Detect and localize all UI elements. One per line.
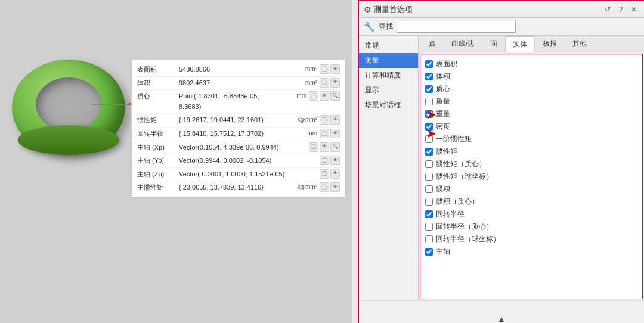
search-input[interactable] <box>397 21 516 33</box>
checkbox-radius-spherical: 回转半径（球坐标） <box>425 233 637 246</box>
checkbox-volume-input[interactable] <box>425 73 433 80</box>
table-row: 主轴 (Yp) Vector(0.9944, 0.0002, -0.1054) … <box>135 154 342 168</box>
dialog-body: 常规 测量 计算和精度 显示 场景对话框 点 曲线/边 面 实体 极报 其他 表… <box>359 36 644 300</box>
copy-icon[interactable]: 📋 <box>320 129 329 138</box>
pointer-line <box>92 104 131 105</box>
eye-icon[interactable]: 👁 <box>330 156 340 165</box>
checkbox-inertia-spherical-input[interactable] <box>425 173 433 181</box>
red-arrow-1: ➤ <box>426 108 436 120</box>
checkbox-principal-axis-input[interactable] <box>425 248 433 256</box>
measurements-table: 表面积 5436.8866 mm² 📋 👁 体积 9802.4637 mm² 📋… <box>131 60 346 198</box>
table-row: 表面积 5436.8866 mm² 📋 👁 <box>135 63 342 77</box>
checkbox-radius-centroid-input[interactable] <box>425 223 433 231</box>
checkbox-radius-spherical-input[interactable] <box>425 235 433 243</box>
checkbox-inertia-input[interactable] <box>425 148 433 156</box>
checkbox-centroid-input[interactable] <box>425 85 433 93</box>
checkbox-surface-input[interactable] <box>425 60 433 68</box>
checkbox-radius-centroid-label: 回转半径（质心） <box>436 222 493 232</box>
checkbox-principal-axis: 主轴 <box>425 246 637 258</box>
checkbox-centroid-label: 质心 <box>436 84 450 94</box>
torus-hole <box>36 77 101 131</box>
eye-icon[interactable]: 👁 <box>330 115 340 125</box>
checkbox-product: 惯积 <box>425 183 637 195</box>
checkbox-product-centroid-input[interactable] <box>425 198 433 206</box>
copy-icon[interactable]: 📋 <box>320 182 329 192</box>
sidebar-item-measure[interactable]: 测量 <box>359 53 418 68</box>
dialog-main: 点 曲线/边 面 实体 极报 其他 表面积 体积 质心 <box>419 36 644 300</box>
copy-icon[interactable]: 📋 <box>320 156 329 165</box>
eye-icon[interactable]: 👁 <box>330 129 340 138</box>
copy-icon[interactable]: 📋 <box>320 115 329 125</box>
search-icon[interactable]: 🔍 <box>330 142 340 152</box>
close-button[interactable]: ✕ <box>628 4 639 15</box>
checkbox-inertia-centroid: 惯性矩（质心） <box>425 158 637 170</box>
expand-icon[interactable]: ▲ <box>497 314 506 324</box>
red-arrow-2: ➤ <box>426 128 436 139</box>
copy-icon[interactable]: 📋 <box>320 78 329 88</box>
checkbox-product-centroid: 惯积（质心） <box>425 195 637 208</box>
dialog-toolbar: 🔧 查找 <box>359 18 644 36</box>
tabs-row: 点 曲线/边 面 实体 极报 其他 <box>419 36 644 52</box>
settings-icon: ⚙ <box>364 5 371 14</box>
copy-icon[interactable]: 📋 <box>320 169 329 179</box>
table-row: 回转半径 { 15.8410, 15.7512, 17.3702} mm 📋 👁 <box>135 128 342 141</box>
table-row: 主惯性矩 { 23.0055, 13.7839, 13.4116} kg·mm²… <box>135 181 342 194</box>
torus-bottom <box>18 125 119 155</box>
search-icon[interactable]: 🔍 <box>330 91 340 101</box>
search-label: 查找 <box>379 21 393 32</box>
sidebar-item-calc[interactable]: 计算和精度 <box>359 68 418 83</box>
eye-icon[interactable]: 👁 <box>330 169 340 179</box>
checkbox-mass-label: 质量 <box>436 97 450 107</box>
sidebar-item-display[interactable]: 显示 <box>359 83 418 98</box>
sidebar-item-general[interactable]: 常规 <box>359 38 418 53</box>
checkbox-centroid: 质心 <box>425 83 637 95</box>
checkbox-radius-spherical-label: 回转半径（球坐标） <box>436 234 500 244</box>
3d-model <box>12 48 131 167</box>
tab-extreme[interactable]: 极报 <box>535 36 565 52</box>
checkbox-weight: 重量 <box>425 108 637 120</box>
tab-other[interactable]: 其他 <box>565 36 595 52</box>
tab-curve[interactable]: 曲线/边 <box>444 36 482 52</box>
tab-point[interactable]: 点 <box>421 36 444 52</box>
help-button[interactable]: ? <box>615 4 626 15</box>
checkbox-surface-label: 表面积 <box>436 59 457 69</box>
table-row: 主轴 (Xp) Vector(0.1054, 4.339e-06, 0.9944… <box>135 141 342 155</box>
checkbox-surface: 表面积 <box>425 58 637 70</box>
checkbox-volume-label: 体积 <box>436 72 450 82</box>
tab-face[interactable]: 面 <box>482 36 505 52</box>
eye-icon[interactable]: 👁 <box>330 182 340 192</box>
checkbox-product-centroid-label: 惯积（质心） <box>436 197 479 207</box>
refresh-button[interactable]: ↺ <box>602 4 613 15</box>
checkboxes-area: 表面积 体积 质心 质量 重量 <box>420 54 643 299</box>
checkbox-density-label: 密度 <box>436 122 450 132</box>
checkbox-volume: 体积 <box>425 70 637 83</box>
sidebar-item-scene[interactable]: 场景对话框 <box>359 98 418 113</box>
checkbox-radius-centroid: 回转半径（质心） <box>425 220 637 233</box>
eye-icon[interactable]: 👁 <box>320 142 329 152</box>
dialog-title-text: 测量首选项 <box>374 4 413 15</box>
eye-icon[interactable]: 👁 <box>330 78 340 88</box>
checkbox-mass-input[interactable] <box>425 98 433 105</box>
copy-icon[interactable]: 📋 <box>309 142 318 152</box>
eye-icon[interactable]: 👁 <box>320 91 329 101</box>
checkbox-radius-gyration: 回转半径 <box>425 208 637 220</box>
model-viewport: 表面积 5436.8866 mm² 📋 👁 体积 9802.4637 mm² 📋… <box>0 0 352 323</box>
checkbox-density: 密度 <box>425 120 637 133</box>
checkbox-weight-label: 重量 <box>436 109 450 119</box>
checkbox-radius-gyration-label: 回转半径 <box>436 209 465 219</box>
eye-icon[interactable]: 👁 <box>330 64 340 74</box>
expand-area: ▲ <box>359 300 644 323</box>
checkbox-first-moment-label: 一阶惯性矩 <box>436 134 472 144</box>
dialog-titlebar: ⚙ 测量首选项 ↺ ? ✕ <box>359 1 644 18</box>
checkbox-radius-gyration-input[interactable] <box>425 210 433 218</box>
dialog-controls: ↺ ? ✕ <box>602 4 639 15</box>
checkbox-inertia: 惯性矩 <box>425 145 637 158</box>
checkbox-inertia-spherical-label: 惯性矩（球坐标） <box>436 172 493 182</box>
checkbox-inertia-centroid-label: 惯性矩（质心） <box>436 159 486 169</box>
copy-icon[interactable]: 📋 <box>309 91 318 101</box>
checkbox-product-input[interactable] <box>425 185 433 193</box>
tab-solid[interactable]: 实体 <box>505 36 535 52</box>
checkbox-inertia-centroid-input[interactable] <box>425 160 433 168</box>
copy-icon[interactable]: 📋 <box>320 64 329 74</box>
dialog-sidebar: 常规 测量 计算和精度 显示 场景对话框 <box>359 36 419 300</box>
